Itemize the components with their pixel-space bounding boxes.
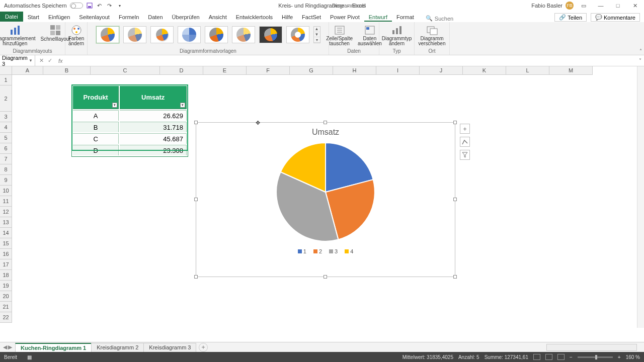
chart-elements-button[interactable]: ＋ — [460, 124, 470, 134]
row-header[interactable]: 21 — [0, 302, 12, 312]
tab-format[interactable]: Format — [392, 13, 419, 22]
chart-style-6[interactable] — [232, 26, 255, 43]
col-header[interactable]: A — [12, 66, 43, 75]
row-header[interactable]: 8 — [0, 164, 12, 175]
autosave-toggle[interactable] — [70, 3, 83, 9]
row-header[interactable]: 15 — [0, 238, 12, 249]
row-header[interactable]: 16 — [0, 249, 12, 259]
row-header[interactable]: 11 — [0, 196, 12, 207]
row-header[interactable]: 20 — [0, 291, 12, 302]
filter-icon[interactable]: ▾ — [112, 103, 117, 108]
view-page-layout-icon[interactable] — [545, 354, 552, 360]
chart-style-3[interactable] — [150, 26, 174, 43]
col-header[interactable]: C — [91, 66, 160, 75]
view-page-break-icon[interactable] — [557, 354, 565, 360]
col-header[interactable]: E — [203, 66, 247, 75]
chart-style-7[interactable] — [259, 26, 282, 43]
col-header[interactable]: J — [420, 66, 463, 75]
record-macro-icon[interactable]: ▦ — [27, 354, 32, 360]
chart-styles-button[interactable] — [460, 137, 470, 147]
redo-icon[interactable]: ↷ — [106, 2, 113, 9]
row-header[interactable]: 2 — [0, 85, 12, 112]
zoom-out-icon[interactable]: − — [570, 354, 573, 360]
col-header[interactable]: B — [43, 66, 91, 75]
chart-style-2[interactable] — [123, 26, 146, 43]
tab-start[interactable]: Start — [23, 13, 44, 22]
sheet-nav-next-icon[interactable]: ▶ — [8, 344, 12, 350]
gallery-scroll[interactable]: ▲▼▾ — [313, 26, 320, 43]
row-header[interactable]: 5 — [0, 133, 12, 143]
close-icon[interactable]: ✕ — [628, 1, 642, 10]
col-header[interactable]: I — [376, 66, 420, 75]
row-header[interactable]: 13 — [0, 217, 12, 228]
col-header[interactable]: D — [160, 66, 203, 75]
change-chart-type-button[interactable]: Diagrammtyp ändern — [380, 23, 414, 47]
table-header-umsatz[interactable]: Umsatz▾ — [120, 86, 187, 109]
maximize-icon[interactable]: □ — [611, 1, 625, 10]
sheet-nav-prev-icon[interactable]: ◀ — [3, 344, 7, 350]
horizontal-scrollbar[interactable] — [546, 344, 637, 351]
row-header[interactable]: 12 — [0, 207, 12, 217]
collapse-ribbon-icon[interactable]: ˄ — [639, 48, 642, 54]
legend-item[interactable]: 4 — [345, 248, 353, 254]
legend-item[interactable]: 1 — [298, 248, 306, 254]
tab-formeln[interactable]: Formeln — [114, 13, 143, 22]
move-chart-button[interactable]: Diagramm verschieben — [417, 23, 448, 47]
row-header[interactable]: 7 — [0, 154, 12, 164]
tell-me-search[interactable]: 🔍 Suchen — [426, 15, 453, 22]
tab-entwurf[interactable]: Entwurf — [364, 13, 392, 22]
chart-style-1[interactable] — [96, 26, 119, 43]
pie-chart[interactable] — [274, 141, 377, 243]
zoom-slider[interactable] — [578, 356, 613, 358]
row-header[interactable]: 22 — [0, 312, 12, 323]
cancel-formula-icon[interactable]: ✕ — [39, 57, 44, 64]
minimize-icon[interactable]: — — [594, 1, 608, 10]
row-header[interactable]: 4 — [0, 122, 12, 133]
tab-daten[interactable]: Daten — [143, 13, 167, 22]
legend-item[interactable]: 2 — [313, 248, 322, 254]
tab-factset[interactable]: FactSet — [297, 13, 326, 22]
sheet-tab[interactable]: Kreisdiagramm 3 — [143, 343, 196, 352]
chart-legend[interactable]: 1234 — [196, 248, 455, 254]
legend-item[interactable]: 3 — [329, 248, 338, 254]
switch-row-col-button[interactable]: Zeile/Spalte tauschen — [324, 23, 355, 47]
add-chart-element-button[interactable]: Diagrammelement hinzufügen — [0, 23, 38, 47]
view-normal-icon[interactable] — [533, 354, 540, 360]
change-colors-button[interactable]: Farben ändern — [66, 23, 87, 47]
zoom-level[interactable]: 160 % — [626, 354, 640, 360]
row-header[interactable]: 10 — [0, 186, 12, 196]
filter-icon[interactable]: ▾ — [180, 103, 185, 108]
row-header[interactable]: 9 — [0, 175, 12, 186]
chart-style-8[interactable] — [286, 26, 309, 43]
undo-icon[interactable]: ↶ — [96, 2, 103, 9]
share-button[interactable]: 🔗Teilen — [554, 13, 587, 22]
tab-überprüfen[interactable]: Überprüfen — [168, 13, 204, 22]
fx-icon[interactable]: fx — [56, 58, 65, 64]
chart-style-4[interactable] — [178, 26, 201, 43]
user-avatar[interactable]: FB — [566, 2, 574, 10]
chart-object[interactable]: ✥ Umsatz 1234 ＋ — [196, 122, 455, 277]
worksheet-grid[interactable]: ABCDEFGHIJKLM 12345678910111213141516171… — [0, 66, 644, 328]
col-header[interactable]: G — [290, 66, 333, 75]
sheet-tab[interactable]: Kuchen-Ringdiagramm 1 — [15, 343, 92, 352]
expand-formula-bar-icon[interactable]: ˅ — [636, 58, 644, 63]
accept-formula-icon[interactable]: ✓ — [48, 57, 52, 64]
table-header-produkt[interactable]: Produkt▾ — [73, 86, 119, 109]
col-header[interactable]: F — [247, 66, 290, 75]
vertical-scrollbar[interactable] — [637, 66, 644, 328]
tab-ansicht[interactable]: Ansicht — [204, 13, 231, 22]
add-sheet-button[interactable]: ＋ — [199, 343, 208, 352]
name-box[interactable]: Diagramm 3▼ — [0, 55, 35, 67]
tab-hilfe[interactable]: Hilfe — [277, 13, 297, 22]
qat-customize-icon[interactable]: ▾ — [116, 2, 123, 9]
sheet-tab[interactable]: Kreisdiagramm 2 — [91, 343, 144, 352]
tab-power pivot[interactable]: Power Pivot — [326, 13, 364, 22]
row-header[interactable]: 17 — [0, 259, 12, 270]
row-header[interactable]: 19 — [0, 281, 12, 291]
ribbon-mode-icon[interactable]: ▭ — [577, 1, 591, 10]
col-header[interactable]: L — [506, 66, 549, 75]
chart-title[interactable]: Umsatz — [196, 123, 455, 137]
row-header[interactable]: 1 — [0, 75, 12, 85]
row-header[interactable]: 3 — [0, 112, 12, 122]
row-header[interactable]: 6 — [0, 143, 12, 154]
